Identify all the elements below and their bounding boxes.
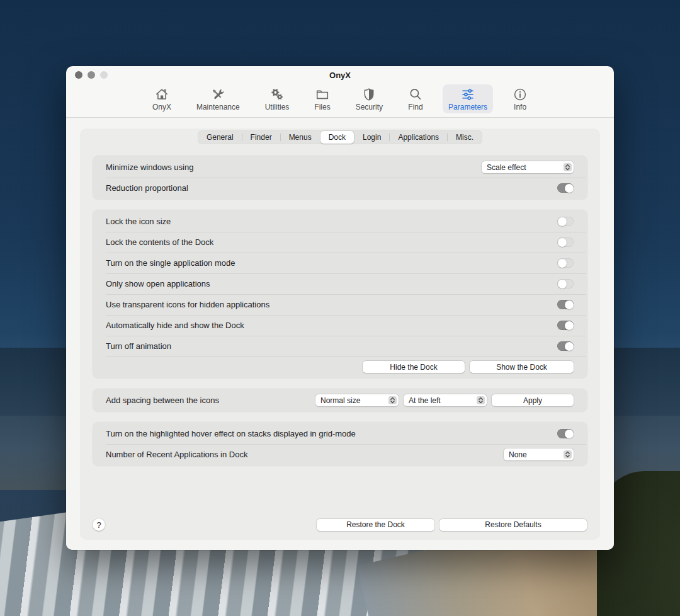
toggle-switch[interactable] <box>557 237 574 247</box>
restore-the-dock-button[interactable]: Restore the Dock <box>317 519 434 531</box>
row-controls: Hide the DockShow the Dock <box>363 361 574 373</box>
tab-login[interactable]: Login <box>354 131 389 144</box>
toolbar-item-label: Files <box>314 103 330 111</box>
traffic-lights <box>75 71 108 79</box>
select-value: None <box>509 450 527 459</box>
sliders-icon <box>460 87 475 102</box>
toolbar-item-info[interactable]: Info <box>507 84 533 113</box>
tab-misc[interactable]: Misc. <box>448 131 482 144</box>
toggle-knob <box>558 280 567 288</box>
toggle-switch[interactable] <box>557 183 574 193</box>
toggle-switch[interactable] <box>557 300 574 309</box>
settings-row: Hide the DockShow the Dock <box>93 356 587 377</box>
restore-defaults-button[interactable]: Restore Defaults <box>439 519 587 531</box>
tab-general[interactable]: General <box>198 131 242 144</box>
setting-label: Lock the contents of the Dock <box>106 237 213 247</box>
toolbar-item-find[interactable]: Find <box>402 84 429 113</box>
settings-groups: Minimize windows usingScale effectReduct… <box>93 156 587 466</box>
toolbar-item-files[interactable]: Files <box>309 84 336 113</box>
toggle-switch[interactable] <box>557 429 574 438</box>
toolbar-item-label: Info <box>514 103 526 111</box>
row-controls: None <box>504 448 574 460</box>
close-button[interactable] <box>75 71 82 79</box>
setting-label: Lock the icon size <box>106 217 171 226</box>
tab-finder[interactable]: Finder <box>242 131 280 144</box>
toolbar-item-label: Security <box>356 103 383 111</box>
settings-row: Number of Recent Applications in DockNon… <box>93 444 587 465</box>
setting-label: Add spacing between the icons <box>106 396 219 405</box>
folder-icon <box>315 87 330 102</box>
hide-the-dock-button[interactable]: Hide the Dock <box>363 361 465 373</box>
settings-row: Reduction proportional <box>93 178 587 198</box>
search-icon <box>408 87 423 102</box>
row-controls <box>557 321 574 330</box>
info-icon <box>513 87 528 102</box>
content-area: GeneralFinderMenusDockLoginApplicationsM… <box>66 118 614 550</box>
tab-menus[interactable]: Menus <box>281 131 320 144</box>
stepper-icon <box>564 163 572 171</box>
toolbar-item-maintenance[interactable]: Maintenance <box>191 84 246 113</box>
toggle-knob <box>558 217 567 226</box>
panel-footer: ? Restore the DockRestore Defaults <box>93 518 587 531</box>
setting-label: Use transparent icons for hidden applica… <box>106 300 269 309</box>
settings-row: Turn on the highlighted hover effect on … <box>93 423 587 444</box>
home-icon <box>154 87 169 102</box>
toggle-knob <box>565 300 574 309</box>
toggle-knob <box>565 430 574 438</box>
setting-label: Reduction proportional <box>106 183 188 193</box>
select-normal-size[interactable]: Normal size <box>315 394 399 406</box>
settings-row: Use transparent icons for hidden applica… <box>93 294 587 315</box>
footer-buttons: Restore the DockRestore Defaults <box>317 519 587 531</box>
setting-label: Turn on the highlighted hover effect on … <box>106 429 356 438</box>
toolbar-item-onyx[interactable]: OnyX <box>147 84 177 113</box>
select-none[interactable]: None <box>504 448 574 460</box>
settings-row: Minimize windows usingScale effect <box>93 157 587 178</box>
settings-row: Turn off animation <box>93 336 587 356</box>
stepper-icon <box>477 396 485 404</box>
toggle-knob <box>565 342 574 351</box>
toolbar-item-security[interactable]: Security <box>350 84 388 113</box>
zoom-button[interactable] <box>100 71 108 79</box>
toolbar-item-label: OnyX <box>152 103 171 111</box>
tab-segmented-control: GeneralFinderMenusDockLoginApplicationsM… <box>198 130 482 144</box>
setting-label: Turn on the single application mode <box>106 258 235 268</box>
apply-button[interactable]: Apply <box>492 394 574 406</box>
toolbar-item-parameters[interactable]: Parameters <box>443 84 493 113</box>
setting-label: Automatically hide and show the Dock <box>106 321 244 330</box>
select-value: At the left <box>409 396 441 405</box>
row-controls <box>557 429 574 438</box>
toggle-knob <box>558 238 567 247</box>
show-the-dock-button[interactable]: Show the Dock <box>470 361 574 373</box>
setting-label: Number of Recent Applications in Dock <box>106 450 247 459</box>
toolbar-item-label: Parameters <box>448 103 487 111</box>
select-at-the-left[interactable]: At the left <box>404 394 487 406</box>
toggle-switch[interactable] <box>557 321 574 330</box>
stepper-icon <box>388 396 397 404</box>
tools-icon <box>210 87 225 102</box>
row-controls <box>557 217 574 226</box>
settings-row: Add spacing between the iconsNormal size… <box>93 390 587 411</box>
settings-group-1: Minimize windows usingScale effectReduct… <box>93 156 587 200</box>
row-controls: Scale effect <box>482 161 574 173</box>
toolbar-item-label: Maintenance <box>196 103 240 111</box>
toggle-knob <box>565 184 574 193</box>
settings-group-3: Add spacing between the iconsNormal size… <box>93 389 587 412</box>
toggle-switch[interactable] <box>557 279 574 288</box>
row-controls <box>557 279 574 288</box>
tab-bar: GeneralFinderMenusDockLoginApplicationsM… <box>93 130 587 144</box>
toggle-switch[interactable] <box>557 217 574 226</box>
settings-row: Only show open applications <box>93 273 587 294</box>
row-controls <box>557 341 574 351</box>
toggle-knob <box>565 321 574 330</box>
settings-row: Turn on the single application mode <box>93 253 587 273</box>
minimize-button[interactable] <box>88 71 95 79</box>
toggle-switch[interactable] <box>557 341 574 351</box>
tab-applications[interactable]: Applications <box>390 131 447 144</box>
settings-group-4: Turn on the highlighted hover effect on … <box>93 422 587 466</box>
help-button[interactable]: ? <box>93 518 105 531</box>
select-scale-effect[interactable]: Scale effect <box>482 161 574 173</box>
tab-dock[interactable]: Dock <box>320 131 354 144</box>
toolbar-item-utilities[interactable]: Utilities <box>259 84 295 113</box>
toggle-switch[interactable] <box>557 258 574 268</box>
toggle-knob <box>558 259 567 268</box>
